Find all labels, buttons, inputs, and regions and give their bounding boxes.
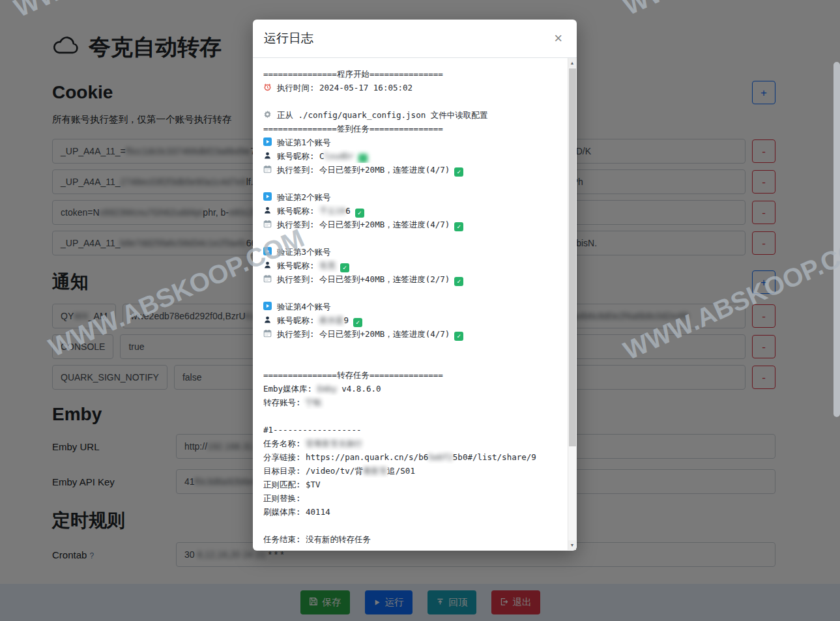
log-line: [263, 519, 564, 532]
check-icon: ✓: [340, 263, 349, 272]
gear-icon: [263, 109, 272, 122]
user-icon: [263, 150, 272, 163]
log-line: 转存账号: 宁航: [263, 396, 564, 409]
log-line: 任务结束: 没有新的转存任务: [263, 532, 564, 546]
user-icon: [263, 259, 272, 272]
log-line: 执行签到: 今日已签到+20MB，连签进度(4/7)✓: [263, 327, 564, 341]
check-icon: ✓: [353, 318, 362, 327]
log-line: 正则替换:: [263, 491, 564, 505]
calendar-icon: [263, 218, 272, 231]
log-line: ===============转存任务===============: [263, 368, 564, 382]
user-icon: [263, 314, 272, 327]
log-line: 验证第1个账号: [263, 136, 564, 149]
log-line: [263, 286, 564, 300]
log-line: 账号昵称: 千云196✓: [263, 204, 564, 218]
log-area: ===============程序开始===============执行时间: …: [253, 58, 568, 549]
calendar-icon: [263, 273, 272, 286]
log-line: 执行签到: 今日已签到+20MB，连签进度(4/7)✓: [263, 163, 564, 177]
log-line: [263, 409, 564, 423]
calendar-icon: [263, 328, 272, 341]
clock-icon: [263, 81, 272, 94]
log-line: 账号昵称: 夜伴星9✓: [263, 313, 564, 327]
check-icon: ✓: [454, 167, 463, 177]
check-icon: ✓: [454, 332, 463, 341]
log-line: 执行签到: 今日已签到+20MB，连签进度(4/7)✓: [263, 218, 564, 231]
modal-header: 运行日志 ×: [253, 20, 577, 58]
log-line: 执行签到: 今日已签到+40MB，连签进度(2/7)✓: [263, 272, 564, 286]
log-line: 任务名称: 背着善宝去旅行: [263, 437, 564, 450]
user-icon: [263, 205, 272, 218]
log-line: [263, 177, 564, 190]
log-line: 账号昵称: 苍黑✓: [263, 259, 564, 272]
log-line: 验证第3个账号: [263, 245, 564, 259]
log-line: #1------------------: [263, 423, 564, 437]
run-log-modal: 运行日志 × ===============程序开始==============…: [253, 20, 577, 551]
log-line: 验证第2个账号: [263, 190, 564, 204]
log-line: 分享链接: https://pan.quark.cn/s/b65e6f25b0#…: [263, 450, 564, 464]
log-line: ===============签到任务===============: [263, 122, 564, 136]
log-line: 账号昵称: CloudDr✓: [263, 149, 564, 163]
calendar-icon: [263, 164, 272, 177]
log-line: [263, 94, 564, 108]
scroll-down-icon[interactable]: ▼: [568, 540, 576, 550]
modal-title: 运行日志: [264, 30, 313, 47]
check-icon: ✓: [358, 154, 368, 163]
page-scrollbar-thumb[interactable]: [833, 62, 840, 417]
log-line: 正则匹配: $TV: [263, 478, 564, 491]
log-line: [263, 231, 564, 245]
log-line: 目标目录: /video/tv/背着善宝追/S01: [263, 464, 564, 478]
log-line: ===============程序开始===============: [263, 67, 564, 81]
check-icon: ✓: [355, 209, 364, 218]
close-icon[interactable]: ×: [554, 31, 562, 46]
play-icon: [263, 191, 272, 204]
log-line: 刷媒体库: 40114: [263, 505, 564, 519]
screenshot-stage: 夸克自动转存 Cookie + 所有账号执行签到，仅第一个账号执行转存 _UP_…: [0, 0, 840, 621]
log-line: Emby媒体库: Emby v4.8.6.0: [263, 382, 564, 396]
log-line: [263, 354, 564, 368]
play-icon: [263, 246, 272, 259]
log-line: [263, 341, 564, 354]
play-icon: [263, 300, 272, 313]
log-line: 执行时间: 2024-05-17 16:05:02: [263, 81, 564, 94]
play-icon: [263, 136, 272, 149]
scroll-up-icon[interactable]: ▲: [568, 58, 576, 68]
check-icon: ✓: [454, 222, 463, 231]
check-icon: ✓: [454, 277, 463, 286]
log-line: 验证第4个账号: [263, 300, 564, 313]
log-scrollbar-thumb[interactable]: [569, 68, 576, 446]
log-line: 正从 ./config/quark_config.json 文件中读取配置: [263, 108, 564, 122]
log-scrollbar[interactable]: ▲ ▼: [568, 58, 577, 550]
